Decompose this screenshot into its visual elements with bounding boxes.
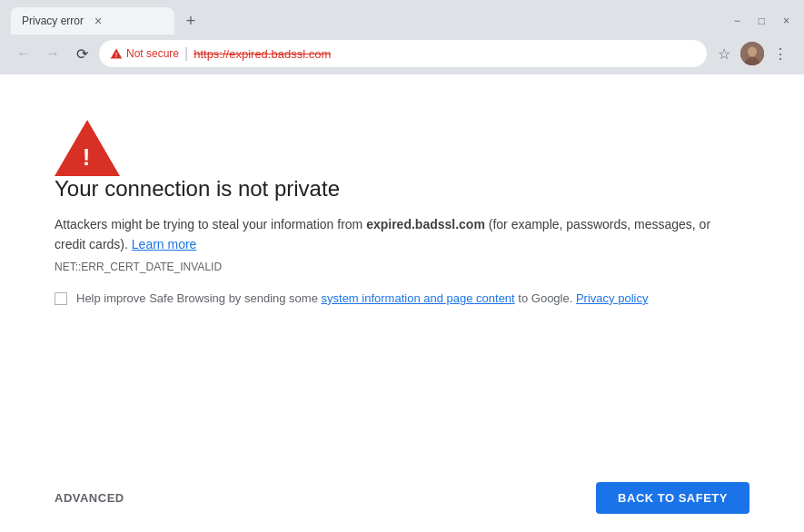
back-to-safety-button[interactable]: BACK TO SAFETY xyxy=(596,482,749,514)
tab-close-button[interactable]: × xyxy=(91,14,105,28)
browser-tab[interactable]: Privacy error × xyxy=(11,7,174,34)
title-bar: Privacy error × + − □ × xyxy=(0,0,804,34)
profile-avatar[interactable] xyxy=(740,42,764,65)
browser-chrome: Privacy error × + − □ × ← → ⟳ ! Not sec xyxy=(0,0,804,74)
page-title: Your connection is not private xyxy=(55,176,749,202)
avatar-svg xyxy=(740,42,764,65)
back-button[interactable]: ← xyxy=(11,41,36,66)
safe-browsing-checkbox[interactable] xyxy=(55,292,67,305)
safe-browsing-text: Help improve Safe Browsing by sending so… xyxy=(76,291,648,305)
safe-browsing-pre: Help improve Safe Browsing by sending so… xyxy=(76,291,322,305)
forward-button[interactable]: → xyxy=(40,41,65,66)
url-separator: | xyxy=(184,45,188,62)
privacy-policy-link[interactable]: Privacy policy xyxy=(576,291,648,305)
address-bar-actions: ☆ ⋮ xyxy=(711,41,793,66)
address-bar[interactable]: ! Not secure | https://expired.badssl.co… xyxy=(98,39,708,68)
error-domain: expired.badssl.com xyxy=(366,217,485,232)
safe-browsing-post: to Google. xyxy=(515,291,576,305)
close-window-button[interactable]: × xyxy=(783,15,789,26)
url-text: https://expired.badssl.com xyxy=(194,47,331,61)
svg-point-2 xyxy=(748,47,757,57)
minimize-button[interactable]: − xyxy=(734,15,740,26)
tab-title: Privacy error xyxy=(22,15,84,27)
system-info-link[interactable]: system information and page content xyxy=(322,291,515,305)
address-bar-row: ← → ⟳ ! Not secure | https://expired.bad… xyxy=(0,34,804,74)
back-icon: ← xyxy=(16,45,31,62)
page-content: ! Your connection is not private Attacke… xyxy=(0,74,804,532)
warning-icon: ! xyxy=(110,47,123,60)
description-pre: Attackers might be trying to steal your … xyxy=(55,217,366,232)
menu-icon: ⋮ xyxy=(773,45,788,63)
exclamation-mark: ! xyxy=(83,145,91,169)
menu-button[interactable]: ⋮ xyxy=(768,41,793,66)
maximize-button[interactable]: □ xyxy=(759,15,765,26)
advanced-button[interactable]: ADVANCED xyxy=(55,491,124,505)
window-controls: − □ × xyxy=(734,15,793,26)
error-description: Attackers might be trying to steal your … xyxy=(55,214,736,255)
reload-icon: ⟳ xyxy=(76,45,88,63)
error-icon-container: ! xyxy=(55,120,118,176)
reload-button[interactable]: ⟳ xyxy=(69,41,94,66)
forward-icon: → xyxy=(45,45,60,62)
new-tab-button[interactable]: + xyxy=(178,8,203,34)
security-badge-label: Not secure xyxy=(126,47,179,60)
learn-more-link[interactable]: Learn more xyxy=(132,237,197,251)
security-badge: ! Not secure xyxy=(110,47,179,60)
safe-browsing-row: Help improve Safe Browsing by sending so… xyxy=(55,291,749,305)
svg-text:!: ! xyxy=(115,52,117,58)
bottom-actions: ADVANCED BACK TO SAFETY xyxy=(55,482,749,514)
star-icon: ☆ xyxy=(718,45,730,63)
bookmark-button[interactable]: ☆ xyxy=(711,41,737,66)
error-code: NET::ERR_CERT_DATE_INVALID xyxy=(55,261,749,273)
avatar-image xyxy=(740,42,764,65)
